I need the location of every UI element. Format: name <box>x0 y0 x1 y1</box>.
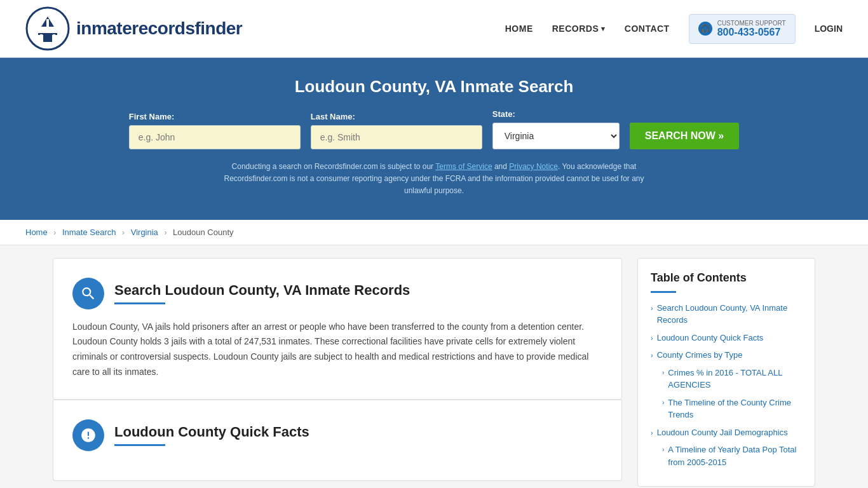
toc-sub-list: › Crimes % in 2016 - TOTAL ALL AGENCIES … <box>662 367 802 421</box>
breadcrumb-home[interactable]: Home <box>25 227 48 237</box>
breadcrumb: Home › Inmate Search › Virginia › Loudou… <box>0 220 868 245</box>
quick-facts-underline <box>114 444 165 446</box>
tos-link[interactable]: Terms of Service <box>435 162 492 171</box>
quick-facts-icon-circle <box>72 419 104 451</box>
toc-item-7: › A Timeline of Yearly Data Pop Total fr… <box>662 444 802 468</box>
chevron-icon-4: › <box>662 368 664 377</box>
support-phone: 800-433-0567 <box>717 27 786 38</box>
breadcrumb-sep-3: › <box>164 228 166 237</box>
search-button[interactable]: SEARCH NOW » <box>630 123 739 149</box>
svg-rect-7 <box>44 28 51 33</box>
breadcrumb-inmate-search[interactable]: Inmate Search <box>62 227 116 237</box>
breadcrumb-sep-1: › <box>53 228 56 237</box>
customer-support-box: 🎧 CUSTOMER SUPPORT 800-433-0567 <box>689 14 796 44</box>
nav-contact[interactable]: CONTACT <box>625 24 670 34</box>
logo-icon <box>25 6 70 51</box>
support-info: CUSTOMER SUPPORT 800-433-0567 <box>717 20 786 38</box>
last-name-input[interactable] <box>311 125 482 149</box>
toc-link-4-text: Crimes % in 2016 - TOTAL ALL AGENCIES <box>668 367 802 391</box>
svg-rect-4 <box>46 19 49 27</box>
card-title: Search Loudoun County, VA Inmate Records <box>114 282 410 299</box>
chevron-icon-7: › <box>662 445 664 454</box>
toc-item-5: › The Timeline of the County Crime Trend… <box>662 396 802 421</box>
toc-link-3-text: County Crimes by Type <box>657 349 743 362</box>
card-title-area: Search Loudoun County, VA Inmate Records <box>114 282 410 304</box>
toc-link-6[interactable]: › Loudoun County Jail Demographics <box>651 426 802 439</box>
alert-icon <box>80 427 97 444</box>
toc-item-2: › Loudoun County Quick Facts <box>651 332 802 344</box>
content-area: Search Loudoun County, VA Inmate Records… <box>53 258 622 487</box>
site-header: inmaterecordsfinder HOME RECORDS ▾ CONTA… <box>0 0 868 58</box>
search-icon-circle <box>72 278 104 309</box>
state-select[interactable]: Virginia Alabama Alaska California Flori… <box>492 123 620 149</box>
toc-link-3[interactable]: › County Crimes by Type <box>651 349 802 362</box>
svg-rect-6 <box>53 34 55 41</box>
first-name-label: First Name: <box>129 112 301 121</box>
toc-link-5[interactable]: › The Timeline of the County Crime Trend… <box>662 396 802 421</box>
sidebar: Table of Contents › Search Loudoun Count… <box>637 258 815 487</box>
quick-facts-title-area: Loudoun County Quick Facts <box>114 424 309 446</box>
hero-disclaimer: Conducting a search on Recordsfinder.com… <box>212 161 656 198</box>
chevron-icon-2: › <box>651 333 653 344</box>
main-nav: HOME RECORDS ▾ CONTACT 🎧 CUSTOMER SUPPOR… <box>505 14 843 44</box>
chevron-icon-3: › <box>651 350 653 361</box>
state-label: State: <box>492 109 620 119</box>
chevron-icon-6: › <box>651 428 653 438</box>
last-name-label: Last Name: <box>311 112 482 121</box>
toc-divider <box>651 291 676 293</box>
search-icon <box>80 285 97 302</box>
toc-link-1-text: Search Loudoun County, VA Inmate Records <box>657 302 802 327</box>
breadcrumb-current: Loudoun County <box>173 227 233 237</box>
card-header: Search Loudoun County, VA Inmate Records <box>72 278 602 309</box>
toc-item-4: › Crimes % in 2016 - TOTAL ALL AGENCIES <box>662 367 802 391</box>
toc-link-5-text: The Timeline of the County Crime Trends <box>668 396 802 421</box>
chevron-icon-1: › <box>651 303 653 314</box>
quick-facts-card: Loudoun County Quick Facts <box>53 400 622 481</box>
toc-card: Table of Contents › Search Loudoun Count… <box>637 258 815 487</box>
nav-records[interactable]: RECORDS ▾ <box>552 24 606 34</box>
main-content-card: Search Loudoun County, VA Inmate Records… <box>53 258 622 400</box>
hero-section: Loudoun County, VA Inmate Search First N… <box>0 58 868 220</box>
logo-area: inmaterecordsfinder <box>25 6 242 51</box>
support-label: CUSTOMER SUPPORT <box>717 20 786 27</box>
toc-link-6-text: Loudoun County Jail Demographics <box>657 426 788 439</box>
toc-item-1: › Search Loudoun County, VA Inmate Recor… <box>651 302 802 327</box>
toc-link-7-text: A Timeline of Yearly Data Pop Total from… <box>668 444 802 468</box>
chevron-icon-5: › <box>662 398 664 407</box>
toc-link-4[interactable]: › Crimes % in 2016 - TOTAL ALL AGENCIES <box>662 367 802 391</box>
privacy-link[interactable]: Privacy Notice <box>509 162 558 171</box>
search-form: First Name: Last Name: State: Virginia A… <box>25 109 843 149</box>
nav-login[interactable]: LOGIN <box>815 24 843 34</box>
toc-link-2[interactable]: › Loudoun County Quick Facts <box>651 332 802 344</box>
headset-icon: 🎧 <box>698 22 712 36</box>
toc-sub-list-2: › A Timeline of Yearly Data Pop Total fr… <box>662 444 802 468</box>
quick-facts-header: Loudoun County Quick Facts <box>72 419 602 451</box>
nav-home[interactable]: HOME <box>505 24 533 34</box>
breadcrumb-virginia[interactable]: Virginia <box>131 227 158 237</box>
logo-text: inmaterecordsfinder <box>76 18 242 39</box>
card-body: Loudoun County, VA jails hold prisoners … <box>72 320 602 380</box>
main-wrapper: Search Loudoun County, VA Inmate Records… <box>27 258 841 487</box>
svg-rect-5 <box>40 34 43 41</box>
first-name-input[interactable] <box>129 125 301 149</box>
card-title-underline <box>114 302 165 304</box>
quick-facts-title: Loudoun County Quick Facts <box>114 424 309 440</box>
toc-list: › Search Loudoun County, VA Inmate Recor… <box>651 302 802 469</box>
last-name-group: Last Name: <box>311 112 482 149</box>
breadcrumb-sep-2: › <box>122 228 125 237</box>
toc-item-3: › County Crimes by Type <box>651 349 802 362</box>
toc-link-1[interactable]: › Search Loudoun County, VA Inmate Recor… <box>651 302 802 327</box>
state-group: State: Virginia Alabama Alaska Californi… <box>492 109 620 149</box>
toc-item-6: › Loudoun County Jail Demographics <box>651 426 802 439</box>
toc-link-2-text: Loudoun County Quick Facts <box>657 332 764 344</box>
toc-link-7[interactable]: › A Timeline of Yearly Data Pop Total fr… <box>662 444 802 468</box>
first-name-group: First Name: <box>129 112 301 149</box>
hero-title: Loudoun County, VA Inmate Search <box>25 77 843 97</box>
records-chevron-icon: ▾ <box>601 25 606 33</box>
toc-title: Table of Contents <box>651 271 802 285</box>
